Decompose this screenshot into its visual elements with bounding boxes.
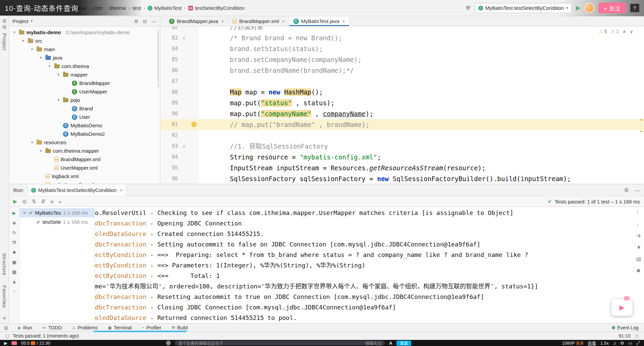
bottom-tab-Problems[interactable]: ⚠Problems (72, 325, 98, 330)
breadcrumb-item[interactable]: mybatis-demo (8, 4, 42, 12)
chevron-down-icon[interactable]: ▾ (12, 30, 17, 35)
caret-position[interactable]: 91:10 (619, 333, 630, 339)
danmaku-input[interactable]: 发个友善的弹幕见证当下 弹幕礼仪 (175, 341, 385, 345)
event-log-button[interactable]: Event Log (612, 325, 639, 330)
close-icon[interactable]: × (221, 19, 224, 24)
breadcrumb-item[interactable]: test (61, 4, 71, 12)
tree-item[interactable]: ▾com.itheima.mapper (9, 147, 160, 155)
chevron-down-icon[interactable]: ▾ (21, 39, 26, 43)
widescreen-icon[interactable]: ▭ (628, 341, 632, 346)
suspend-icon[interactable]: ■ (13, 250, 16, 255)
player-settings-icon[interactable]: ⚙ (620, 341, 624, 346)
rerun-test-icon[interactable]: ▶ (13, 198, 17, 204)
video-progress-bar[interactable] (94, 331, 187, 332)
rerun-icon[interactable]: ▶ (13, 210, 16, 216)
tree-item[interactable]: ▾mapper (9, 70, 160, 79)
close-icon[interactable]: × (342, 19, 345, 24)
tree-item[interactable]: ▾main (9, 45, 160, 53)
gear-icon[interactable]: ⚙ (624, 187, 629, 193)
run-button[interactable]: ▶ (576, 4, 580, 12)
volume-icon[interactable]: ♫ (613, 341, 616, 346)
bottom-tab-Terminal[interactable]: ▣Terminal (108, 325, 131, 330)
prev-problem-icon[interactable]: ∧ (623, 29, 626, 34)
tab-MyBatisTest.java[interactable]: CMyBatisTest.java× (289, 16, 350, 26)
tree-item[interactable]: mybatis-config.xml (9, 180, 160, 184)
tree-item[interactable]: ▾pojo (9, 96, 160, 104)
editor[interactable]: 82 //封装对象83∨ /* Brand brand = new Brand(… (160, 26, 644, 184)
sort-alphabetically-icon[interactable]: ⇅ (32, 198, 36, 204)
tree-item[interactable]: ▾mybatis-demoD:\workspace\mybatis-demo (9, 28, 160, 37)
soft-wrap-icon[interactable]: ⇉ (636, 233, 641, 239)
breadcrumb-item[interactable]: itheima (108, 4, 127, 12)
danmaku-style-button[interactable]: A (389, 341, 392, 346)
tree-item[interactable]: ▾com.itheima (9, 62, 160, 70)
collapse-icon[interactable]: ↑ (13, 289, 16, 294)
breadcrumb-item[interactable]: mtestSelectByCondition (187, 4, 246, 12)
console[interactable]: o.ResolverUtil - Checking to see if clas… (95, 207, 644, 323)
danmaku-etiquette-link[interactable]: 弹幕礼仪 (365, 341, 381, 345)
episodes-button[interactable]: 选集 (587, 340, 596, 346)
tree-item[interactable]: IBrandMapper (9, 79, 160, 87)
fold-icon[interactable]: ∨ (183, 33, 185, 43)
screenshot-icon[interactable]: ▣ (12, 259, 16, 265)
print-icon[interactable]: ▤ (636, 256, 641, 262)
scroll-to-end-icon[interactable]: ▼ (636, 244, 641, 250)
chevron-down-icon[interactable]: ▾ (29, 47, 35, 51)
fold-icon[interactable]: ∨ (183, 141, 185, 152)
breadcrumb-item[interactable]: test (132, 4, 142, 12)
lock-icon[interactable]: ◻ (635, 333, 639, 338)
tree-item[interactable]: CMyBatisDemo2 (9, 130, 160, 138)
tool-strip-structure[interactable]: Structure (2, 253, 7, 276)
tool-strip-favorites[interactable]: Favorites (2, 285, 7, 308)
chevron-down-icon[interactable]: ▾ (38, 56, 43, 60)
refresh-icon[interactable]: ↻ (12, 230, 16, 235)
hide-panel-icon[interactable]: — (152, 19, 157, 24)
chevron-down-icon[interactable]: ▾ (22, 211, 27, 215)
chevron-down-icon[interactable]: ▾ (56, 98, 61, 102)
breadcrumb-item[interactable]: com (92, 4, 103, 12)
project-scrollbar[interactable] (158, 30, 159, 87)
tree-item[interactable]: UserMapper.xml (9, 164, 160, 172)
mini-player-button[interactable]: ▶ (611, 299, 632, 316)
wrench-icon[interactable]: ⚒ (12, 240, 17, 245)
run-config-selector[interactable]: C MyBatisTest.testSelectByCondition ▾ (475, 3, 572, 13)
show-passed-icon[interactable]: ◎ (22, 198, 27, 204)
tree-item[interactable]: ▾resources (9, 138, 160, 147)
help-button[interactable]: ? (630, 4, 639, 12)
window-switcher-icon[interactable]: ▥ (4, 325, 8, 330)
close-icon[interactable]: × (120, 188, 122, 193)
toolwindow-toggle-icon[interactable]: ▢ (5, 333, 9, 338)
window-switcher-icon[interactable]: ▥ (2, 18, 6, 23)
play-icon[interactable]: ▶ (4, 341, 7, 346)
tab-BrandMapper.java[interactable]: IBrandMapper.java× (165, 16, 228, 26)
scroll-up-icon[interactable]: ↑ (636, 210, 641, 215)
scroll-down-icon[interactable]: ↓ (636, 221, 641, 227)
chevron-down-icon[interactable]: ▾ (29, 140, 35, 145)
chevron-down-icon[interactable]: ▾ (56, 72, 61, 77)
tree-item[interactable]: IUserMapper (9, 87, 160, 96)
breadcrumb-item[interactable]: CMyBatisTest (147, 4, 183, 12)
send-danmaku-button[interactable]: 发送 (396, 341, 411, 346)
follow-button[interactable]: + 关注 (598, 3, 626, 13)
coverage-icon[interactable]: ◈ (13, 220, 16, 225)
quality-button[interactable]: 1080P 高清 (562, 340, 583, 346)
breadcrumb-item[interactable]: java (76, 4, 87, 12)
sort-by-duration-icon[interactable]: ⇵ (41, 198, 45, 204)
breadcrumb-item[interactable]: src (47, 4, 56, 12)
project-tree[interactable]: ▾mybatis-demoD:\workspace\mybatis-demo▾s… (9, 26, 160, 184)
bottom-tab-Build[interactable]: ⚒Build (171, 325, 188, 330)
bottom-tab-Run[interactable]: ▶Run (18, 325, 32, 330)
tab-BrandMapper.xml[interactable]: BrandMapper.xml× (228, 16, 289, 26)
tree-item[interactable]: ▾java (9, 53, 160, 62)
layout-icon[interactable]: ▦ (12, 269, 16, 275)
chevron-down-icon[interactable]: ▾ (47, 64, 52, 68)
run-tab[interactable]: C MyBatisTest.testSelectByCondition × (27, 184, 126, 196)
collapse-all-icon[interactable]: ⊟ (143, 19, 147, 24)
tree-item[interactable]: ▾src (9, 37, 160, 45)
favorites-star-icon[interactable]: ★ (2, 316, 6, 321)
tool-strip-project[interactable]: Project (2, 33, 7, 50)
tree-item[interactable]: CMyBatisDemo (9, 121, 160, 130)
tree-item[interactable]: CBrand (9, 104, 160, 113)
test-tree-item[interactable]: ✔testSele1 s 168 ms (20, 217, 95, 226)
test-tree[interactable]: ▾✔MyBatisTes1 s 168 ms✔testSele1 s 168 m… (20, 207, 95, 323)
